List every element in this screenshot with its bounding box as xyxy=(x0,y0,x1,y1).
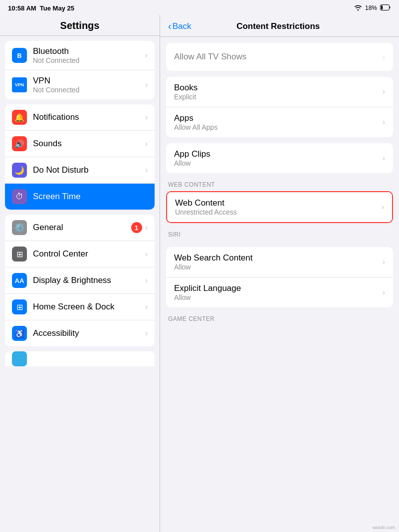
settings-row-homescreen[interactable]: ⊞ Home Screen & Dock › xyxy=(5,294,155,320)
apps-chevron: › xyxy=(383,118,385,127)
apps-text: Apps Allow All Apps xyxy=(174,113,380,131)
back-chevron-icon: ‹ xyxy=(168,20,172,32)
notifications-icon: 🔔 xyxy=(12,110,27,125)
right-group-2: App Clips Allow › xyxy=(166,143,393,173)
bluetooth-sublabel: Not Connected xyxy=(33,56,142,64)
notifications-label: Notifications xyxy=(33,112,142,122)
tvshows-chevron: › xyxy=(383,52,385,61)
appclips-text: App Clips Allow xyxy=(174,149,380,167)
donotdisturb-label: Do Not Disturb xyxy=(33,165,142,175)
right-panel-title: Content Restrictions xyxy=(195,21,361,31)
appclips-sublabel: Allow xyxy=(174,159,380,167)
appclips-label: App Clips xyxy=(174,149,380,159)
app-container: Settings B Bluetooth Not Connected › VPN… xyxy=(0,15,399,532)
donotdisturb-chevron: › xyxy=(145,166,148,175)
status-icons: 18% xyxy=(354,4,391,12)
screentime-label: Screen Time xyxy=(33,192,148,202)
controlcenter-text: Control Center xyxy=(33,249,142,259)
apps-label: Apps xyxy=(174,113,380,123)
right-row-tvshows[interactable]: Allow All TV Shows › xyxy=(166,43,393,71)
books-sublabel: Explicit xyxy=(174,93,380,101)
vpn-chevron: › xyxy=(145,80,148,89)
battery-icon xyxy=(380,4,391,12)
webcontent-label: Web Content xyxy=(175,198,379,208)
display-icon: AA xyxy=(12,273,27,288)
right-group-faded: Allow All TV Shows › xyxy=(166,43,393,71)
donotdisturb-text: Do Not Disturb xyxy=(33,165,142,175)
settings-row-sounds[interactable]: 🔊 Sounds › xyxy=(5,131,155,157)
right-row-webcontent[interactable]: Web Content Unrestricted Access › xyxy=(167,192,392,222)
left-header: Settings xyxy=(0,15,160,36)
books-chevron: › xyxy=(383,87,385,96)
settings-row-general[interactable]: ⚙️ General 1 › xyxy=(5,215,155,241)
vpn-icon: VPN xyxy=(12,77,27,92)
battery-percentage: 18% xyxy=(365,4,377,11)
general-badge: 1 xyxy=(131,222,142,233)
display-text: Display & Brightness xyxy=(33,275,142,285)
back-button[interactable]: ‹ Back xyxy=(168,20,191,32)
websearch-sublabel: Allow xyxy=(174,263,380,271)
settings-row-vpn[interactable]: VPN VPN Not Connected › xyxy=(5,70,155,99)
tvshows-label: Allow All TV Shows xyxy=(174,52,380,62)
settings-row-donotdisturb[interactable]: 🌙 Do Not Disturb › xyxy=(5,157,155,184)
accessibility-label: Accessibility xyxy=(33,328,142,338)
books-text: Books Explicit xyxy=(174,83,380,101)
right-group-1: Books Explicit › Apps Allow All Apps › xyxy=(166,77,393,137)
display-label: Display & Brightness xyxy=(33,275,142,285)
explicitlanguage-chevron: › xyxy=(383,288,385,297)
notifications-chevron: › xyxy=(145,113,148,122)
gamecenter-section-header: GAME CENTER xyxy=(160,307,399,325)
bluetooth-chevron: › xyxy=(145,51,148,60)
display-chevron: › xyxy=(145,276,148,285)
right-row-explicitlanguage[interactable]: Explicit Language Allow › xyxy=(166,277,393,307)
status-time: 10:58 AM Tue May 25 xyxy=(8,4,74,12)
controlcenter-icon: ⊞ xyxy=(12,247,27,262)
settings-row-bluetooth[interactable]: B Bluetooth Not Connected › xyxy=(5,41,155,70)
websearch-chevron: › xyxy=(383,258,385,266)
tvshows-text: Allow All TV Shows xyxy=(174,52,380,62)
right-panel: ‹ Back Content Restrictions Allow All TV… xyxy=(160,15,399,532)
vpn-text: VPN Not Connected xyxy=(33,76,142,94)
sounds-chevron: › xyxy=(145,139,148,148)
appclips-chevron: › xyxy=(383,154,385,163)
right-row-books[interactable]: Books Explicit › xyxy=(166,77,393,107)
accessibility-chevron: › xyxy=(145,329,148,338)
explicitlanguage-text: Explicit Language Allow xyxy=(174,283,380,301)
general-label: General xyxy=(33,223,128,233)
sounds-label: Sounds xyxy=(33,139,142,149)
settings-group-middle: 🔔 Notifications › 🔊 Sounds › 🌙 xyxy=(5,104,155,210)
settings-row-controlcenter[interactable]: ⊞ Control Center › xyxy=(5,241,155,267)
vpn-sublabel: Not Connected xyxy=(33,86,142,94)
controlcenter-label: Control Center xyxy=(33,249,142,259)
homescreen-label: Home Screen & Dock xyxy=(33,302,142,312)
settings-row-accessibility[interactable]: ♿ Accessibility › xyxy=(5,320,155,346)
sounds-icon: 🔊 xyxy=(12,136,27,151)
settings-row-display[interactable]: AA Display & Brightness › xyxy=(5,267,155,294)
homescreen-chevron: › xyxy=(145,302,148,311)
homescreen-icon: ⊞ xyxy=(12,299,27,314)
settings-row-screentime[interactable]: ⏱ Screen Time xyxy=(5,184,155,210)
settings-group-bottom: ⚙️ General 1 › ⊞ Control Center › AA xyxy=(5,215,155,346)
right-group-3: Web Content Unrestricted Access › xyxy=(166,191,393,223)
watermark: wsxdn.com xyxy=(373,525,395,530)
right-group-4: Web Search Content Allow › Explicit Lang… xyxy=(166,247,393,307)
wifi-icon xyxy=(354,4,362,12)
right-row-apps[interactable]: Apps Allow All Apps › xyxy=(166,107,393,137)
right-row-websearch[interactable]: Web Search Content Allow › xyxy=(166,247,393,277)
status-bar: 10:58 AM Tue May 25 18% xyxy=(0,0,399,15)
webcontent-chevron: › xyxy=(382,203,384,212)
general-text: General xyxy=(33,223,128,233)
right-header: ‹ Back Content Restrictions xyxy=(160,15,399,37)
vpn-label: VPN xyxy=(33,76,142,86)
right-row-appclips[interactable]: App Clips Allow › xyxy=(166,143,393,173)
back-label: Back xyxy=(173,21,192,31)
webcontent-section-header: WEB CONTENT xyxy=(160,173,399,191)
apps-sublabel: Allow All Apps xyxy=(174,123,380,131)
right-content: Allow All TV Shows › Books Explicit › Ap… xyxy=(160,37,399,532)
notifications-text: Notifications xyxy=(33,112,142,122)
screentime-icon: ⏱ xyxy=(12,189,27,204)
settings-row-notifications[interactable]: 🔔 Notifications › xyxy=(5,104,155,131)
websearch-label: Web Search Content xyxy=(174,253,380,263)
general-chevron: › xyxy=(145,223,148,232)
explicitlanguage-sublabel: Allow xyxy=(174,293,380,301)
